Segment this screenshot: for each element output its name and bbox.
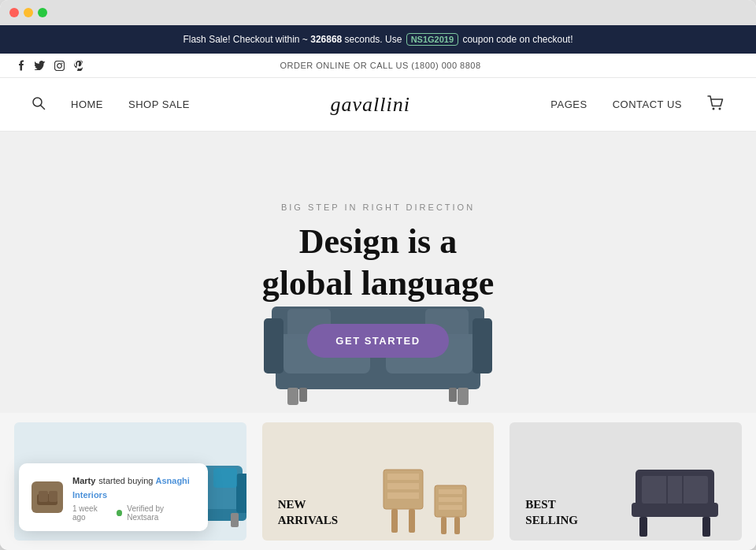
nav-home[interactable]: HOME — [71, 98, 103, 110]
svg-rect-43 — [702, 517, 710, 537]
card-new-arrivals[interactable]: NEW ARRIVALS — [262, 422, 495, 541]
svg-rect-41 — [632, 503, 718, 517]
svg-point-6 — [719, 107, 721, 110]
svg-rect-30 — [387, 483, 419, 489]
order-text: ORDER ONLINE OR CALL US (1800) 000 8808 — [280, 61, 480, 70]
browser-window: Flash Sale! Checkout within ~ 326868 sec… — [0, 0, 756, 550]
social-icons — [16, 60, 83, 71]
card-title-new-line2: ARRIVALS — [278, 513, 338, 529]
svg-rect-16 — [458, 388, 469, 405]
svg-rect-29 — [387, 474, 419, 480]
browser-chrome — [0, 0, 756, 25]
svg-point-1 — [57, 63, 61, 68]
svg-rect-35 — [439, 489, 462, 494]
navbar: HOME SHOP SALE gavallini PAGES CONTACT U… — [0, 78, 756, 132]
nav-contact-us[interactable]: CONTACT US — [613, 98, 682, 110]
best-selling-furniture-illustration — [612, 446, 738, 541]
toast-timestamp: 1 week ago — [72, 504, 112, 522]
toast-action: started buying — [98, 476, 155, 485]
close-button[interactable] — [9, 8, 19, 17]
card-label-new-arrivals: NEW ARRIVALS — [262, 485, 354, 541]
coupon-code[interactable]: NS1G2019 — [406, 33, 458, 46]
card-best-selling[interactable]: BEST SELLING — [510, 422, 742, 541]
svg-point-5 — [713, 107, 715, 110]
hero-subtitle: BIG STEP IN RIGHT DIRECTION — [281, 203, 475, 212]
card-title-best-line2: SELLING — [525, 513, 578, 529]
svg-rect-37 — [439, 505, 462, 510]
verified-indicator — [117, 510, 123, 516]
nav-logo[interactable]: gavallini — [330, 93, 410, 117]
twitter-icon[interactable] — [35, 60, 46, 71]
toast-verified-text: Verified by Nextsara — [127, 504, 195, 522]
svg-line-4 — [41, 105, 45, 109]
toast-product-image — [32, 481, 63, 513]
facebook-icon[interactable] — [16, 60, 27, 71]
card-title-new-line1: NEW — [278, 497, 338, 513]
card-title-best-line1: BEST — [525, 497, 578, 513]
instagram-icon[interactable] — [54, 60, 65, 71]
svg-rect-0 — [54, 61, 64, 70]
svg-rect-42 — [639, 517, 647, 537]
flash-text-middle: seconds. Use — [345, 34, 402, 45]
new-arrivals-furniture-illustration — [368, 446, 486, 541]
svg-rect-48 — [39, 491, 48, 502]
maximize-button[interactable] — [38, 8, 47, 17]
flash-text-after: coupon code on checkout! — [462, 34, 573, 45]
hero-section: BIG STEP IN RIGHT DIRECTION Design is a … — [0, 132, 756, 413]
toast-content: Marty started buying Asnaghi Interiors 1… — [72, 473, 195, 522]
svg-rect-12 — [472, 318, 492, 373]
toast-notification: Marty started buying Asnaghi Interiors 1… — [19, 463, 208, 531]
toast-action-text: Marty started buying Asnaghi Interiors — [72, 473, 195, 501]
flash-text-before: Flash Sale! Checkout within ~ — [183, 34, 307, 45]
toast-user-name: Marty — [72, 476, 95, 485]
countdown-timer: 326868 — [310, 34, 342, 45]
svg-rect-36 — [439, 497, 462, 502]
top-bar: ORDER ONLINE OR CALL US (1800) 000 8808 — [0, 54, 756, 78]
svg-rect-18 — [449, 388, 457, 402]
nav-left: HOME SHOP SALE — [32, 96, 190, 113]
svg-point-2 — [61, 62, 62, 63]
svg-rect-17 — [299, 388, 307, 402]
svg-rect-49 — [49, 491, 57, 502]
svg-rect-11 — [264, 318, 284, 373]
svg-rect-32 — [391, 509, 398, 533]
minimize-button[interactable] — [24, 8, 33, 17]
svg-rect-15 — [287, 388, 298, 405]
nav-pages[interactable]: PAGES — [550, 98, 587, 110]
svg-rect-38 — [441, 517, 447, 534]
flash-banner: Flash Sale! Checkout within ~ 326868 sec… — [0, 25, 756, 54]
search-icon[interactable] — [32, 96, 46, 113]
svg-rect-39 — [454, 517, 460, 534]
card-label-best-selling: BEST SELLING — [510, 485, 594, 541]
pinterest-icon[interactable] — [72, 60, 83, 71]
svg-rect-31 — [387, 492, 419, 499]
svg-rect-33 — [409, 509, 415, 533]
nav-right: PAGES CONTACT US — [550, 95, 724, 114]
svg-rect-44 — [642, 476, 708, 504]
nav-shop-sale[interactable]: SHOP SALE — [128, 98, 190, 110]
svg-rect-27 — [213, 468, 237, 488]
get-started-button[interactable]: GET STARTED — [307, 324, 448, 358]
svg-rect-23 — [236, 474, 246, 513]
svg-rect-25 — [231, 513, 239, 527]
cart-icon[interactable] — [707, 95, 724, 114]
